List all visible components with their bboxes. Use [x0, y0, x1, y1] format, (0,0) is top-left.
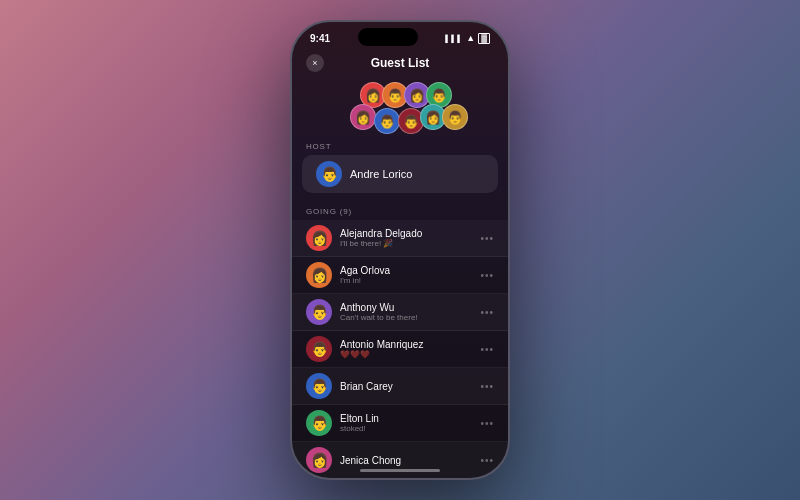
guest-info: Alejandra Delgado I'll be there! 🎉	[340, 228, 472, 248]
guest-status: I'll be there! 🎉	[340, 239, 472, 248]
guest-avatar: 👨	[306, 336, 332, 362]
host-avatar: 👨	[316, 161, 342, 187]
header-title: Guest List	[371, 56, 430, 70]
guest-name: Antonio Manriquez	[340, 339, 472, 350]
guest-avatar: 👨	[306, 299, 332, 325]
going-section-label: GOING (9)	[292, 203, 508, 220]
phone-screen: 9:41 ▌▌▌ ▲ ▓ × Guest List 👩 👨 👩 👨 👩 👨 👨	[292, 22, 508, 478]
wifi-icon: ▲	[466, 33, 475, 43]
signal-icon: ▌▌▌	[445, 35, 463, 42]
status-bar: 9:41 ▌▌▌ ▲ ▓	[292, 22, 508, 50]
guest-name: Alejandra Delgado	[340, 228, 472, 239]
status-time: 9:41	[310, 33, 330, 44]
battery-icon: ▓	[478, 33, 490, 44]
cluster-avatar-6: 👨	[374, 108, 400, 134]
guest-avatar: 👨	[306, 410, 332, 436]
guest-row[interactable]: 👨 Antonio Manriquez ❤️❤️❤️ •••	[292, 331, 508, 368]
guest-info: Antonio Manriquez ❤️❤️❤️	[340, 339, 472, 359]
guest-avatar: 👨	[306, 373, 332, 399]
status-icons: ▌▌▌ ▲ ▓	[445, 33, 490, 44]
guest-row[interactable]: 👩 Alejandra Delgado I'll be there! 🎉 •••	[292, 220, 508, 257]
guest-row[interactable]: 👨 Brian Carey •••	[292, 368, 508, 405]
guest-row[interactable]: 👨 Anthony Wu Can't wait to be there! •••	[292, 294, 508, 331]
home-indicator	[360, 469, 440, 472]
guest-info: Anthony Wu Can't wait to be there!	[340, 302, 472, 322]
guest-name: Jenica Chong	[340, 455, 472, 466]
cluster-avatar-9: 👨	[442, 104, 468, 130]
more-icon[interactable]: •••	[480, 307, 494, 318]
guest-status: ❤️❤️❤️	[340, 350, 472, 359]
dynamic-island	[358, 28, 418, 46]
header: × Guest List	[292, 50, 508, 78]
cluster-avatar-5: 👩	[350, 104, 376, 130]
more-icon[interactable]: •••	[480, 233, 494, 244]
guest-status: stoked!	[340, 424, 472, 433]
guest-name: Aga Orlova	[340, 265, 472, 276]
more-icon[interactable]: •••	[480, 344, 494, 355]
guest-info: Brian Carey	[340, 381, 472, 392]
guest-row[interactable]: 👩 Aga Orlova I'm in! •••	[292, 257, 508, 294]
guest-avatar: 👩	[306, 447, 332, 473]
guest-info: Elton Lin stoked!	[340, 413, 472, 433]
guest-status: I'm in!	[340, 276, 472, 285]
guest-row[interactable]: 👨 Elton Lin stoked! •••	[292, 405, 508, 442]
more-icon[interactable]: •••	[480, 455, 494, 466]
guest-avatar: 👩	[306, 262, 332, 288]
guest-status: Can't wait to be there!	[340, 313, 472, 322]
more-icon[interactable]: •••	[480, 381, 494, 392]
close-button[interactable]: ×	[306, 54, 324, 72]
guest-info: Aga Orlova I'm in!	[340, 265, 472, 285]
host-row: 👨 Andre Lorico	[302, 155, 498, 193]
guest-list: 👩 Alejandra Delgado I'll be there! 🎉 •••…	[292, 220, 508, 478]
host-section-label: HOST	[292, 138, 508, 155]
host-name: Andre Lorico	[350, 168, 412, 180]
guest-name: Elton Lin	[340, 413, 472, 424]
avatar-cluster: 👩 👨 👩 👨 👩 👨 👨 👩 👨	[292, 78, 508, 138]
guest-info: Jenica Chong	[340, 455, 472, 466]
avatar-group: 👩 👨 👩 👨 👩 👨 👨 👩 👨	[330, 82, 470, 137]
guest-name: Anthony Wu	[340, 302, 472, 313]
guest-name: Brian Carey	[340, 381, 472, 392]
phone-frame: 9:41 ▌▌▌ ▲ ▓ × Guest List 👩 👨 👩 👨 👩 👨 👨	[290, 20, 510, 480]
more-icon[interactable]: •••	[480, 418, 494, 429]
guest-avatar: 👩	[306, 225, 332, 251]
guest-row[interactable]: 👩 Jenica Chong •••	[292, 442, 508, 478]
more-icon[interactable]: •••	[480, 270, 494, 281]
